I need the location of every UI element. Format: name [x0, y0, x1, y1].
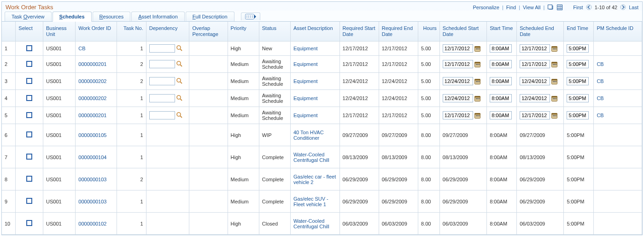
sched-end-input[interactable]	[520, 60, 550, 68]
sched-start-input[interactable]	[443, 44, 473, 53]
select-checkbox[interactable]	[26, 220, 32, 226]
select-checkbox[interactable]	[26, 61, 32, 67]
lookup-icon[interactable]	[176, 77, 183, 85]
zoom-grid-icon[interactable]	[547, 4, 554, 11]
col-overlap[interactable]: Overlap Percentage	[189, 22, 228, 42]
asset-link[interactable]: Equipment	[293, 113, 318, 118]
personalize-link[interactable]: Personalize	[473, 5, 499, 10]
download-grid-icon[interactable]	[556, 4, 563, 11]
dependency-input[interactable]	[149, 44, 175, 53]
end-time-input[interactable]	[567, 44, 589, 53]
work-order-link[interactable]: 0000000102	[78, 221, 106, 226]
col-sched-start[interactable]: Scheduled Start Date	[439, 22, 486, 42]
calendar-icon[interactable]	[551, 45, 558, 52]
pm-schedule-link[interactable]: CB	[597, 113, 603, 118]
calendar-icon[interactable]	[551, 61, 558, 68]
col-priority[interactable]: Priority	[228, 22, 259, 42]
work-order-link[interactable]: 0000000105	[78, 132, 106, 138]
col-hours[interactable]: Hours	[418, 22, 439, 42]
start-time-input[interactable]	[490, 77, 512, 85]
work-order-link[interactable]: 0000000104	[78, 155, 106, 160]
col-pm[interactable]: PM Schedule ID	[594, 22, 642, 42]
col-end-time[interactable]: End Time	[564, 22, 594, 42]
asset-link[interactable]: Water-Cooled Centrifugal Chill	[293, 218, 329, 229]
sched-start-input[interactable]	[443, 94, 473, 102]
col-dep[interactable]: Dependency	[146, 22, 189, 42]
work-order-link[interactable]: 0000000103	[78, 177, 106, 182]
calendar-icon[interactable]	[474, 95, 481, 102]
asset-link[interactable]: Equipment	[293, 95, 318, 101]
work-order-link[interactable]: 0000000103	[78, 199, 106, 204]
next-page-icon[interactable]	[620, 4, 626, 10]
col-wo[interactable]: Work Order ID	[76, 22, 117, 42]
tab-full-description[interactable]: Full Description	[186, 12, 234, 21]
col-status[interactable]: Status	[259, 22, 290, 42]
select-checkbox[interactable]	[26, 78, 32, 84]
col-asset[interactable]: Asset Description	[290, 22, 340, 42]
sched-end-input[interactable]	[520, 111, 550, 119]
end-time-input[interactable]	[567, 77, 589, 85]
lookup-icon[interactable]	[176, 112, 183, 119]
pm-schedule-link[interactable]: CB	[597, 61, 603, 67]
lookup-icon[interactable]	[176, 60, 183, 68]
start-time-input[interactable]	[490, 60, 512, 68]
calendar-icon[interactable]	[474, 45, 481, 52]
select-checkbox[interactable]	[26, 45, 32, 51]
start-time-input[interactable]	[490, 111, 512, 119]
select-checkbox[interactable]	[26, 112, 32, 118]
pm-schedule-link[interactable]: CB	[597, 78, 603, 84]
asset-link[interactable]: 40 Ton HVAC Conditioner	[293, 130, 324, 141]
lookup-icon[interactable]	[176, 45, 183, 52]
select-checkbox[interactable]	[26, 198, 32, 204]
asset-link[interactable]: Water-Cooled Centrifugal Chill	[293, 152, 329, 163]
work-order-link[interactable]: CB	[78, 46, 85, 51]
dependency-input[interactable]	[149, 111, 175, 119]
col-sched-end[interactable]: Scheduled End Date	[517, 22, 564, 42]
asset-link[interactable]: Equipment	[293, 46, 318, 51]
asset-link[interactable]: Equipment	[293, 78, 318, 84]
work-order-link[interactable]: 0000000202	[78, 95, 106, 101]
tab-resources[interactable]: Resources	[93, 12, 131, 21]
end-time-input[interactable]	[567, 60, 589, 68]
dependency-input[interactable]	[149, 94, 175, 102]
pm-schedule-link[interactable]: CB	[597, 95, 603, 101]
col-req-end[interactable]: Required End Date	[379, 22, 418, 42]
col-task[interactable]: Task No.	[117, 22, 146, 42]
dependency-input[interactable]	[149, 77, 175, 85]
work-order-link[interactable]: 0000000202	[78, 78, 106, 84]
end-time-input[interactable]	[567, 111, 589, 119]
tab-asset-information[interactable]: Asset Information	[131, 12, 185, 21]
lookup-icon[interactable]	[176, 95, 183, 102]
start-time-input[interactable]	[490, 44, 512, 53]
col-req-start[interactable]: Required Start Date	[340, 22, 379, 42]
col-bu[interactable]: Business Unit	[43, 22, 75, 42]
asset-link[interactable]: Gas/elec car - fleet vehicle 2	[293, 174, 336, 185]
start-time-input[interactable]	[490, 94, 512, 102]
select-checkbox[interactable]	[26, 154, 32, 160]
find-link[interactable]: Find	[506, 5, 516, 10]
prev-page-icon[interactable]	[586, 4, 592, 10]
asset-link[interactable]: Equipment	[293, 61, 318, 67]
sched-start-input[interactable]	[443, 60, 473, 68]
calendar-icon[interactable]	[551, 95, 558, 102]
calendar-icon[interactable]	[474, 78, 481, 85]
select-checkbox[interactable]	[26, 131, 32, 137]
sched-start-input[interactable]	[443, 111, 473, 119]
work-order-link[interactable]: 0000000201	[78, 61, 106, 67]
work-order-link[interactable]: 0000000201	[78, 113, 106, 118]
sched-start-input[interactable]	[443, 77, 473, 85]
tab-task-overview[interactable]: Task Overview	[5, 12, 52, 21]
calendar-icon[interactable]	[551, 78, 558, 85]
first-link[interactable]: First	[573, 5, 583, 10]
show-all-columns-icon[interactable]	[241, 12, 260, 20]
tab-schedules[interactable]: Schedules	[53, 12, 92, 22]
col-start-time[interactable]: Start Time	[487, 22, 517, 42]
end-time-input[interactable]	[567, 94, 589, 102]
view-all-link[interactable]: View All	[523, 5, 540, 10]
select-checkbox[interactable]	[26, 95, 32, 101]
sched-end-input[interactable]	[520, 77, 550, 85]
last-link[interactable]: Last	[629, 5, 638, 10]
asset-link[interactable]: Gas/elec SUV - Fleet vehicle 1	[293, 196, 328, 207]
calendar-icon[interactable]	[551, 112, 558, 119]
calendar-icon[interactable]	[474, 61, 481, 68]
